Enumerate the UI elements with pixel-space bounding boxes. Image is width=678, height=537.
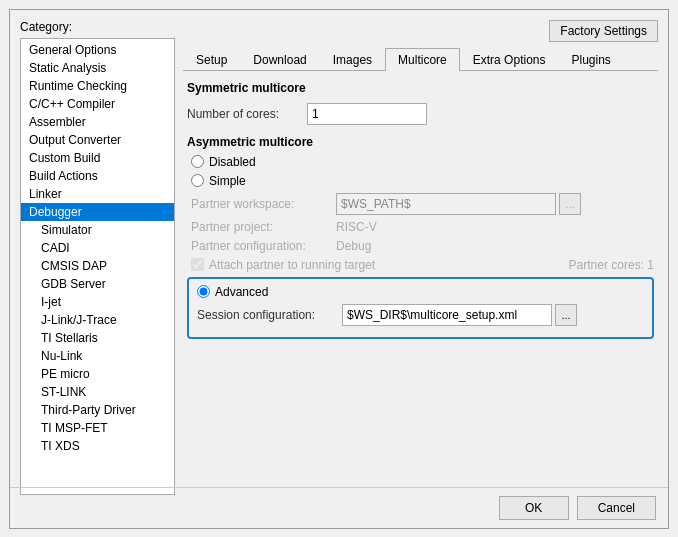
partner-workspace-browse-btn: ... [559,193,581,215]
sidebar-item-general-options[interactable]: General Options [21,41,174,59]
sidebar-item-i-jet[interactable]: I-jet [21,293,174,311]
advanced-radio[interactable] [197,285,210,298]
tab-images[interactable]: Images [320,48,385,71]
partner-project-value: RISC-V [336,220,377,234]
partner-config-label: Partner configuration: [191,239,336,253]
partner-project-label: Partner project: [191,220,336,234]
factory-settings-button[interactable]: Factory Settings [549,20,658,42]
sidebar-item-custom-build[interactable]: Custom Build [21,149,174,167]
sidebar-item-jlink-jtrace[interactable]: J-Link/J-Trace [21,311,174,329]
simple-radio-label: Simple [209,174,246,188]
sidebar-item-ti-msp-fet[interactable]: TI MSP-FET [21,419,174,437]
attach-partner-label: Attach partner to running target [209,258,375,272]
num-cores-label: Number of cores: [187,107,307,121]
sidebar-item-simulator[interactable]: Simulator [21,221,174,239]
tab-extra-options[interactable]: Extra Options [460,48,559,71]
main-panel: Factory Settings Setup Download Images M… [183,20,658,477]
session-config-browse-btn[interactable]: ... [555,304,577,326]
disabled-radio-row: Disabled [191,155,654,169]
symmetric-section-title: Symmetric multicore [187,81,654,95]
simple-radio[interactable] [191,174,204,187]
category-list: General Options Static Analysis Runtime … [20,38,175,495]
main-dialog: Category: General Options Static Analysi… [9,9,669,529]
dialog-footer: OK Cancel [10,487,668,528]
partner-cores-value: 1 [647,258,654,272]
sidebar-item-cmsis-dap[interactable]: CMSIS DAP [21,257,174,275]
partner-project-row: Partner project: RISC-V [191,220,654,234]
tab-bar: Setup Download Images Multicore Extra Op… [183,48,658,71]
simple-radio-row: Simple [191,174,654,188]
sidebar-item-gdb-server[interactable]: GDB Server [21,275,174,293]
advanced-section: Advanced Session configuration: ... [187,277,654,339]
sidebar-item-ti-stellaris[interactable]: TI Stellaris [21,329,174,347]
sidebar-item-cadi[interactable]: CADI [21,239,174,257]
sidebar-item-output-converter[interactable]: Output Converter [21,131,174,149]
sidebar-item-pe-micro[interactable]: PE micro [21,365,174,383]
advanced-radio-row: Advanced [197,285,644,299]
asymmetric-options: Disabled Simple Partner workspace: ... P… [191,155,654,272]
num-cores-input[interactable] [307,103,427,125]
category-panel: Category: General Options Static Analysi… [20,20,175,477]
partner-cores-display: Partner cores: 1 [569,258,654,272]
top-bar: Factory Settings [183,20,658,42]
sidebar-item-static-analysis[interactable]: Static Analysis [21,59,174,77]
sidebar-item-cpp-compiler[interactable]: C/C++ Compiler [21,95,174,113]
ok-button[interactable]: OK [499,496,569,520]
partner-workspace-label: Partner workspace: [191,197,336,211]
tab-plugins[interactable]: Plugins [558,48,623,71]
session-config-input[interactable] [342,304,552,326]
tab-multicore[interactable]: Multicore [385,48,460,71]
session-config-row: Session configuration: ... [197,304,644,326]
session-config-label: Session configuration: [197,308,342,322]
partner-config-row: Partner configuration: Debug [191,239,654,253]
sidebar-item-third-party[interactable]: Third-Party Driver [21,401,174,419]
attach-partner-row: Attach partner to running target Partner… [191,258,654,272]
asymmetric-section-title: Asymmetric multicore [187,135,654,149]
partner-cores-label: Partner cores: [569,258,648,272]
cancel-button[interactable]: Cancel [577,496,656,520]
tab-setup[interactable]: Setup [183,48,240,71]
partner-config-value: Debug [336,239,371,253]
sidebar-item-build-actions[interactable]: Build Actions [21,167,174,185]
tab-download[interactable]: Download [240,48,319,71]
num-cores-row: Number of cores: [187,103,654,125]
category-label: Category: [20,20,175,34]
sidebar-item-assembler[interactable]: Assembler [21,113,174,131]
attach-partner-checkbox [191,258,204,271]
sidebar-item-linker[interactable]: Linker [21,185,174,203]
disabled-radio-label: Disabled [209,155,256,169]
sidebar-item-nu-link[interactable]: Nu-Link [21,347,174,365]
sidebar-item-runtime-checking[interactable]: Runtime Checking [21,77,174,95]
tab-content: Symmetric multicore Number of cores: Asy… [183,81,658,477]
sidebar-item-debugger[interactable]: Debugger [21,203,174,221]
disabled-radio[interactable] [191,155,204,168]
partner-workspace-row: Partner workspace: ... [191,193,654,215]
sidebar-item-ti-xds[interactable]: TI XDS [21,437,174,455]
partner-workspace-input [336,193,556,215]
sidebar-item-st-link[interactable]: ST-LINK [21,383,174,401]
advanced-radio-label: Advanced [215,285,268,299]
